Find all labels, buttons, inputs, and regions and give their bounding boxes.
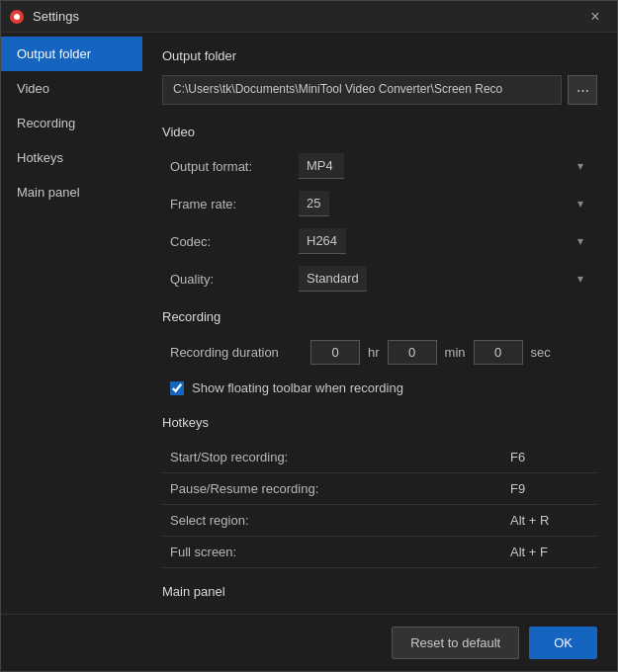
titlebar: Settings × bbox=[1, 1, 617, 33]
hotkey-select-region: Select region: Alt + R bbox=[162, 505, 597, 537]
codec-select[interactable]: H264H265VP8VP9 bbox=[299, 228, 346, 254]
hotkey-select-region-label: Select region: bbox=[170, 513, 510, 528]
sec-unit: sec bbox=[531, 345, 551, 360]
codec-label: Codec: bbox=[170, 234, 299, 249]
settings-window: Settings × Output folder Video Recording… bbox=[0, 0, 618, 672]
sidebar-item-recording[interactable]: Recording bbox=[1, 106, 142, 140]
sidebar-item-output-folder[interactable]: Output folder bbox=[1, 37, 142, 71]
frame-rate-wrapper: 1520253060 bbox=[299, 191, 589, 216]
main-body: Output folder Video Recording Hotkeys Ma… bbox=[1, 33, 617, 614]
browse-button[interactable]: ⋯ bbox=[568, 75, 597, 105]
sidebar-item-video[interactable]: Video bbox=[1, 71, 142, 106]
sidebar-item-hotkeys[interactable]: Hotkeys bbox=[1, 140, 142, 175]
frame-rate-select[interactable]: 1520253060 bbox=[299, 191, 329, 216]
output-format-wrapper: MP4AVIMOVMKV bbox=[299, 153, 589, 179]
close-button[interactable]: × bbox=[581, 3, 609, 31]
toolbar-checkbox-row: Show floating toolbar when recording bbox=[162, 377, 597, 399]
output-folder-title: Output folder bbox=[162, 48, 597, 63]
video-section: Video Output format: MP4AVIMOVMKV Frame … bbox=[162, 125, 597, 294]
hotkey-pause-resume: Pause/Resume recording: F9 bbox=[162, 473, 597, 505]
toolbar-checkbox[interactable] bbox=[170, 381, 184, 395]
hotkeys-section-title: Hotkeys bbox=[162, 415, 597, 430]
frame-rate-row: Frame rate: 1520253060 bbox=[162, 189, 597, 218]
hotkey-select-region-value: Alt + R bbox=[510, 513, 589, 528]
hotkey-start-stop-label: Start/Stop recording: bbox=[170, 450, 510, 464]
codec-row: Codec: H264H265VP8VP9 bbox=[162, 226, 597, 256]
output-format-row: Output format: MP4AVIMOVMKV bbox=[162, 151, 597, 181]
main-panel-section: Main panel bbox=[162, 584, 597, 599]
svg-point-1 bbox=[14, 14, 20, 20]
ok-button[interactable]: OK bbox=[529, 627, 597, 659]
quality-label: Quality: bbox=[170, 272, 299, 287]
hotkey-start-stop: Start/Stop recording: F6 bbox=[162, 442, 597, 473]
hr-unit: hr bbox=[368, 345, 380, 360]
quality-wrapper: LowStandardHighUltra bbox=[299, 266, 589, 292]
folder-path: C:\Users\tk\Documents\MiniTool Video Con… bbox=[162, 75, 562, 105]
hotkey-pause-resume-value: F9 bbox=[510, 481, 589, 496]
output-format-select[interactable]: MP4AVIMOVMKV bbox=[299, 153, 344, 179]
recording-section-title: Recording bbox=[162, 309, 597, 324]
toolbar-checkbox-label: Show floating toolbar when recording bbox=[192, 380, 403, 395]
frame-rate-label: Frame rate: bbox=[170, 197, 299, 211]
footer: Reset to default OK bbox=[1, 614, 617, 671]
folder-row: C:\Users\tk\Documents\MiniTool Video Con… bbox=[162, 75, 597, 105]
hotkey-full-screen-value: Alt + F bbox=[510, 545, 589, 559]
app-icon bbox=[9, 9, 25, 25]
duration-hr-input[interactable] bbox=[310, 340, 360, 365]
duration-min-input[interactable] bbox=[388, 340, 437, 365]
window-title: Settings bbox=[33, 9, 581, 24]
duration-row: Recording duration hr min sec bbox=[162, 336, 597, 369]
hotkey-start-stop-value: F6 bbox=[510, 450, 589, 464]
main-panel-title: Main panel bbox=[162, 584, 597, 599]
sidebar-item-main-panel[interactable]: Main panel bbox=[1, 175, 142, 210]
output-format-label: Output format: bbox=[170, 159, 299, 174]
hotkey-full-screen: Full screen: Alt + F bbox=[162, 537, 597, 568]
duration-sec-input[interactable] bbox=[474, 340, 523, 365]
recording-section: Recording Recording duration hr min sec … bbox=[162, 309, 597, 399]
min-unit: min bbox=[445, 345, 466, 360]
reset-button[interactable]: Reset to default bbox=[392, 627, 519, 659]
hotkey-full-screen-label: Full screen: bbox=[170, 545, 510, 559]
quality-select[interactable]: LowStandardHighUltra bbox=[299, 266, 367, 292]
codec-wrapper: H264H265VP8VP9 bbox=[299, 228, 589, 254]
sidebar: Output folder Video Recording Hotkeys Ma… bbox=[1, 33, 142, 614]
duration-label: Recording duration bbox=[170, 345, 299, 360]
video-section-title: Video bbox=[162, 125, 597, 139]
hotkeys-section: Hotkeys Start/Stop recording: F6 Pause/R… bbox=[162, 415, 597, 568]
quality-row: Quality: LowStandardHighUltra bbox=[162, 264, 597, 294]
content-area: Output folder C:\Users\tk\Documents\Mini… bbox=[142, 33, 617, 614]
hotkey-pause-resume-label: Pause/Resume recording: bbox=[170, 481, 510, 496]
